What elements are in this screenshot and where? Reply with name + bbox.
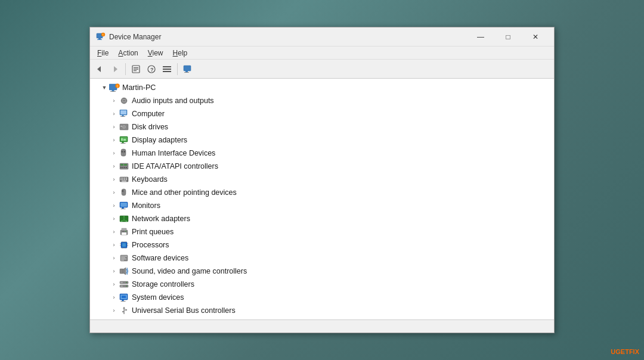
item-label-14: Storage controllers [132,280,194,288]
svg-text:?: ? [150,67,154,73]
tree-root[interactable]: ▼ ! Martin-PC [90,81,554,94]
properties-button[interactable] [129,62,143,76]
close-button[interactable]: ✕ [522,27,549,46]
forward-button[interactable] [108,62,122,76]
svg-rect-56 [120,178,122,179]
item-label-15: System devices [132,293,184,302]
list-item[interactable]: › Processors [90,238,554,252]
svg-rect-10 [134,70,137,71]
item-chevron-1[interactable]: › [109,109,119,119]
menu-view[interactable]: View [143,48,168,58]
toolbar-sep-1 [125,63,126,75]
item-chevron-3[interactable]: › [109,135,119,145]
svg-rect-39 [122,142,124,143]
item-chevron-4[interactable]: › [109,148,119,158]
list-item[interactable]: › Audio inputs and outputs [90,94,554,107]
root-chevron[interactable]: ▼ [100,83,109,92]
item-chevron-0[interactable]: › [109,96,119,105]
svg-point-84 [125,231,126,232]
help-button[interactable]: ? [144,62,159,76]
item-chevron-7[interactable]: › [109,188,119,197]
svg-rect-45 [122,151,123,153]
list-item[interactable]: › Storage controllers [90,278,554,291]
item-label-8: Monitors [132,201,160,210]
toolbar-sep-2 [177,63,178,75]
root-icon: ! [109,82,120,93]
list-item[interactable]: › Monitors [90,199,554,212]
svg-rect-46 [124,151,126,153]
svg-point-35 [123,126,125,128]
item-label-5: IDE ATA/ATAPI controllers [132,162,218,170]
item-label-11: Processors [132,241,169,249]
menu-file[interactable]: File [92,48,113,58]
svg-rect-36 [120,126,122,127]
svg-rect-2 [97,39,102,40]
menu-action[interactable]: Action [113,48,143,58]
svg-rect-108 [120,282,123,283]
svg-rect-113 [121,301,126,302]
svg-rect-83 [122,231,125,232]
item-label-0: Audio inputs and outputs [132,97,214,105]
svg-rect-109 [120,285,123,287]
maximize-button[interactable]: □ [494,27,522,46]
item-label-1: Computer [132,110,165,118]
computer-button[interactable] [181,62,195,76]
item-label-7: Mice and other pointing devices [132,188,237,197]
svg-text:!: ! [103,33,103,36]
item-chevron-12[interactable]: › [109,253,119,263]
svg-rect-14 [163,69,171,70]
list-item[interactable]: › Computer [90,107,554,120]
svg-rect-13 [163,66,171,67]
item-chevron-5[interactable]: › [109,162,119,171]
svg-rect-100 [121,259,126,259]
item-chevron-9[interactable]: › [109,214,119,224]
item-chevron-15[interactable]: › [109,293,119,302]
svg-point-79 [126,221,127,222]
view-button[interactable] [160,62,174,76]
tree-content: ▼ ! Martin-PC › [90,79,554,319]
item-chevron-13[interactable]: › [109,266,119,276]
svg-marker-103 [123,268,126,275]
svg-rect-15 [163,71,171,72]
device-manager-window: ! Device Manager — □ ✕ File Action View … [89,27,555,333]
item-chevron-16[interactable]: › [109,306,119,315]
list-item[interactable]: › Sound, video and game controllers [90,265,554,278]
svg-rect-9 [134,69,138,69]
keyboard-icon [119,174,129,185]
list-item[interactable]: › Display adapters [90,134,554,147]
item-label-6: Keyboards [132,175,168,184]
item-chevron-11[interactable]: › [109,240,119,250]
software-icon [119,253,129,263]
menu-help[interactable]: Help [168,48,193,58]
list-item[interactable]: › Human Interface Devices [90,147,554,160]
toolbar: ? [90,60,554,79]
item-chevron-2[interactable]: › [109,122,119,132]
item-chevron-10[interactable]: › [109,227,119,237]
titlebar: ! Device Manager — □ ✕ [90,27,554,46]
svg-rect-51 [120,167,122,168]
svg-rect-60 [120,179,122,181]
list-item[interactable]: › Mice and other pointing devices [90,186,554,199]
list-item[interactable]: › Universal Serial Bus controllers [90,304,554,317]
titlebar-left: ! Device Manager [96,32,161,42]
svg-rect-98 [121,256,127,257]
list-item[interactable]: › Print queues [90,225,554,238]
svg-rect-8 [134,67,138,68]
list-item[interactable]: › System devices [90,291,554,304]
svg-rect-31 [122,115,124,116]
list-item[interactable]: › Software devices [90,252,554,265]
back-button[interactable] [92,62,107,76]
item-chevron-14[interactable]: › [109,280,119,289]
list-item[interactable]: › Network adapters [90,212,554,225]
svg-rect-70 [120,203,127,207]
list-item[interactable]: › Keyboards [90,173,554,186]
item-chevron-8[interactable]: › [109,201,119,210]
disk-icon [119,122,129,132]
list-item[interactable]: › IDE ATA/ATAPI controllers [90,160,554,173]
minimize-button[interactable]: — [467,27,494,46]
svg-point-74 [123,216,125,218]
item-chevron-6[interactable]: › [109,175,119,184]
svg-rect-99 [121,257,125,258]
list-item[interactable]: › Disk drives [90,120,554,134]
titlebar-buttons: — □ ✕ [467,27,549,46]
